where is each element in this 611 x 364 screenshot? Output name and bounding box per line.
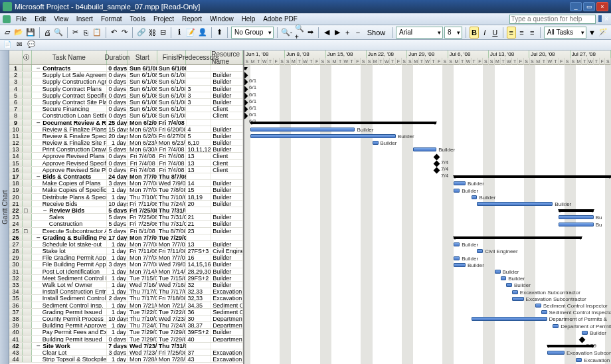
cell-resource[interactable]: Sediment Contr: [211, 309, 243, 315]
table-row[interactable]: 2Supply Lot Sale Agreement0 daysSun 6/1/…: [9, 72, 243, 78]
table-row[interactable]: 37Grading Permit Issued1 dayTue 7/22/08T…: [9, 309, 243, 316]
gantt-body[interactable]: 6/16/16/16/16/16/16/1BuilderBuilderBuild…: [244, 65, 611, 364]
cell-start[interactable]: Sun 6/1/08: [128, 78, 157, 84]
cell-start[interactable]: Fri 7/25/08: [128, 207, 157, 213]
timeline-header[interactable]: Jun 1, '08Jun 8, '08Jun 15, '08Jun 22, '…: [244, 50, 611, 65]
cell-finish[interactable]: Fri 7/25/08: [157, 349, 187, 355]
cell-predecessors[interactable]: [187, 343, 212, 349]
expand-icon[interactable]: −: [43, 207, 48, 213]
cell-taskname[interactable]: File Building Permit Application: [32, 261, 107, 267]
cell-finish[interactable]: Tue 7/8/08: [157, 187, 187, 193]
cell-resource[interactable]: [211, 173, 243, 179]
cell-predecessors[interactable]: 32: [186, 282, 211, 288]
cell-duration[interactable]: 1 day: [107, 288, 128, 294]
cell-duration[interactable]: 0 days: [107, 167, 128, 173]
cell-finish[interactable]: Sun 6/1/08: [157, 112, 187, 118]
menu-help[interactable]: Help: [238, 15, 260, 23]
cell-start[interactable]: Fri 7/11/08: [128, 201, 157, 207]
table-row[interactable]: 9− Document Review & Revision25 daysMon …: [9, 120, 243, 126]
pdfmail-icon[interactable]: ✉: [15, 41, 24, 50]
cell-start[interactable]: Sun 6/1/08: [128, 72, 157, 78]
task-bar[interactable]: Builder: [454, 263, 466, 267]
cell-start[interactable]: Mon 7/7/08: [128, 261, 157, 267]
cell-taskname[interactable]: Distribute Plans & Specifications: [32, 194, 107, 200]
cell-predecessors[interactable]: 43: [186, 356, 211, 362]
cell-predecessors[interactable]: 20: [186, 201, 211, 207]
cell-predecessors[interactable]: 15: [186, 187, 211, 193]
fontsize-combo[interactable]: 8: [444, 27, 462, 39]
cell-taskname[interactable]: Grading Permit Issued: [32, 309, 107, 315]
milestone-marker[interactable]: 7/29: [579, 337, 586, 343]
task-bar[interactable]: Builder: [495, 270, 501, 274]
summary-bar[interactable]: [454, 175, 611, 178]
group-combo[interactable]: No Group: [231, 27, 274, 39]
cell-resource[interactable]: Builder: [211, 275, 243, 281]
cell-resource[interactable]: Builder: [211, 214, 243, 220]
cell-taskname[interactable]: Clear Lot: [32, 349, 107, 355]
cell-start[interactable]: Fri 7/4/08: [128, 167, 157, 173]
cell-finish[interactable]: Mon 7/14/08: [157, 268, 187, 274]
cell-finish[interactable]: Wed 7/23/08: [157, 316, 187, 321]
cell-resource[interactable]: Client: [211, 112, 243, 118]
summary-bar[interactable]: [454, 236, 582, 239]
cell-duration[interactable]: 3 days: [107, 180, 128, 186]
table-row[interactable]: 29File Grading Permit Application1 dayMo…: [9, 254, 243, 261]
cell-resource[interactable]: [211, 343, 243, 349]
cell-resource[interactable]: Builder: [211, 201, 243, 207]
table-row[interactable]: 17− Bids & Contracts24 daysMon 7/7/08Thu…: [9, 173, 243, 180]
note-icon[interactable]: 📝: [185, 27, 196, 39]
milestone-marker[interactable]: 6/1: [244, 106, 248, 113]
cell-predecessors[interactable]: [186, 106, 211, 112]
cell-resource[interactable]: Excavation Sub: [211, 349, 243, 355]
task-bar[interactable]: Builder: [250, 128, 355, 132]
cell-duration[interactable]: 0 days: [107, 86, 128, 92]
undo-icon[interactable]: ↶: [110, 27, 119, 39]
info-icon[interactable]: ℹ: [175, 27, 184, 39]
table-row[interactable]: 8Construction Loan Settlement0 daysSun 6…: [9, 112, 243, 119]
task-bar[interactable]: Builder: [454, 189, 460, 193]
cell-finish[interactable]: Thu 7/31/08: [157, 221, 187, 227]
summary-bar[interactable]: [244, 67, 245, 70]
restore-button[interactable]: ▭: [583, 2, 595, 11]
cell-duration[interactable]: 1 day: [107, 275, 128, 281]
table-row[interactable]: 7Secure Financing0 daysSun 6/1/08Sun 6/1…: [9, 106, 243, 112]
cell-duration[interactable]: 1 day: [107, 329, 128, 335]
cell-taskname[interactable]: Construction: [32, 221, 107, 227]
cell-finish[interactable]: Fri 7/4/08: [157, 160, 187, 166]
task-bar[interactable]: Builder: [373, 141, 379, 145]
cell-predecessors[interactable]: 13: [186, 241, 211, 247]
cell-taskname[interactable]: Post Lot Identification: [32, 268, 107, 274]
table-row[interactable]: 42− Site Work7 daysWed 7/23/08Thu 7/31/0…: [9, 343, 243, 349]
cell-start[interactable]: Sun 6/1/08: [128, 65, 157, 71]
cell-finish[interactable]: Fri 7/4/08: [157, 120, 187, 126]
cell-finish[interactable]: Thu 8/7/08: [157, 173, 187, 179]
table-row[interactable]: 36Sediment Control Insp.1 dayMon 7/21/08…: [9, 302, 243, 309]
cell-start[interactable]: Tue 7/22/08: [128, 309, 157, 315]
task-bar[interactable]: Civil Engineer: [477, 249, 483, 253]
col-predecessors[interactable]: Predecessors: [186, 50, 211, 64]
menu-file[interactable]: File: [12, 15, 31, 23]
cell-finish[interactable]: Sun 6/1/08: [157, 99, 187, 105]
col-start[interactable]: Start: [128, 50, 157, 64]
cell-predecessors[interactable]: [186, 112, 211, 118]
col-id[interactable]: [9, 50, 23, 64]
cell-taskname[interactable]: Approve Revised Site Plan: [32, 167, 107, 173]
cell-predecessors[interactable]: 18,19: [186, 194, 211, 200]
table-row[interactable]: 44Strip Topsoil & Stockpile1 dayMon 7/28…: [9, 356, 243, 363]
showsubtasks-icon[interactable]: +: [343, 27, 352, 39]
cell-predecessors[interactable]: 32,33: [186, 288, 211, 294]
cell-predecessors[interactable]: 14,15,16: [186, 261, 211, 267]
cell-finish[interactable]: Sun 6/1/08: [157, 92, 187, 98]
cell-resource[interactable]: Builder: [211, 241, 243, 247]
unlink-icon[interactable]: ⛓: [148, 27, 157, 39]
table-row[interactable]: 23Sales5 daysFri 7/25/08Thu 7/31/0821Bui…: [9, 214, 243, 221]
close-button[interactable]: ×: [596, 2, 608, 11]
table-row[interactable]: 4Supply Contract Plans0 daysSun 6/1/08Su…: [9, 86, 243, 92]
cell-resource[interactable]: Builder: [211, 99, 243, 105]
cell-predecessors[interactable]: [187, 173, 212, 179]
cell-finish[interactable]: Wed 7/9/08: [157, 180, 187, 186]
table-row[interactable]: 41Building Permit Issued0 daysTue 7/29/0…: [9, 336, 243, 343]
cell-finish[interactable]: Fri 7/4/08: [157, 146, 187, 152]
cell-predecessors[interactable]: 40: [186, 336, 211, 342]
cell-taskname[interactable]: Supply Contract Plans: [32, 86, 107, 92]
